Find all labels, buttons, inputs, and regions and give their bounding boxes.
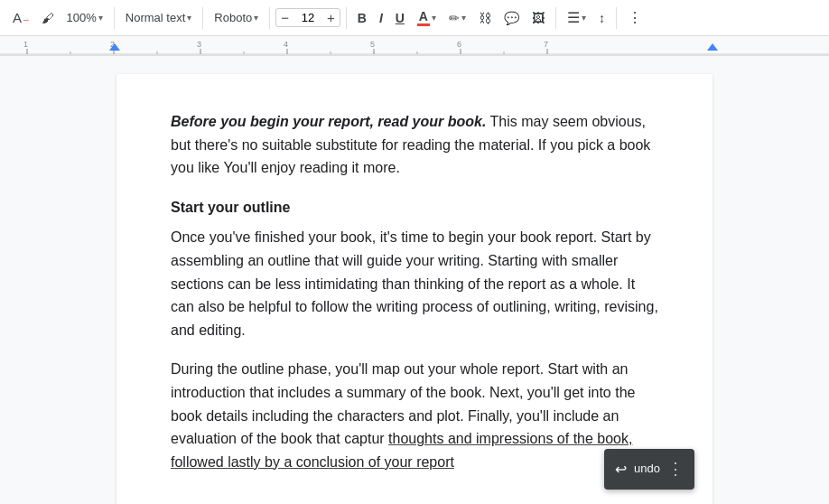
font-size-control: − + [275,8,340,27]
align-icon: ☰ [567,9,580,26]
separator-2 [202,7,203,29]
font-size-increase-button[interactable]: + [322,9,340,26]
font-button[interactable]: Roboto ▾ [209,7,264,28]
style-chevron-icon: ▾ [187,13,191,23]
align-button[interactable]: ☰ ▾ [562,5,591,30]
document-page: Before you begin your report, read your … [116,74,713,504]
paint-format-icon: 🖌 [42,11,54,25]
paragraph-4: During the outline phase, you'll map out… [171,358,658,473]
svg-text:1: 1 [23,40,28,49]
zoom-label: 100% [67,11,97,24]
underline-icon: U [396,11,405,25]
underline-button[interactable]: U [390,7,410,29]
toolbar: A _ 🖌 100% ▾ Normal text ▾ Roboto ▾ − + … [0,0,829,36]
document-area: Before you begin your report, read your … [0,56,829,504]
highlight-button[interactable]: ✏ ▾ [443,7,471,29]
italic-icon: I [379,11,383,25]
align-chevron-icon: ▾ [582,13,586,23]
paragraph-heading-2: Start your outline [171,196,658,219]
zoom-button[interactable]: 100% ▾ [61,7,108,28]
svg-text:6: 6 [457,40,461,49]
more-options-icon: ⋮ [628,9,642,26]
separator-4 [346,7,347,29]
paragraph-style-button[interactable]: Normal text ▾ [120,7,197,28]
spellcheck-button[interactable]: A _ [7,6,34,29]
highlight-chevron-icon: ▾ [461,13,466,23]
paragraph-1-bold-italic: Before you begin your report, read your … [171,114,486,129]
ruler: 1 2 3 4 5 6 7 [0,36,829,56]
zoom-chevron-icon: ▾ [98,13,103,23]
paragraph-1: Before you begin your report, read your … [171,110,658,180]
svg-text:5: 5 [370,40,375,49]
font-chevron-icon: ▾ [254,13,258,23]
undo-icon: ↩ [615,458,627,481]
paint-format-button[interactable]: 🖌 [36,7,60,29]
svg-text:4: 4 [284,40,288,49]
font-color-icon: A [417,10,430,26]
paragraph-3: Once you've finished your book, it's tim… [171,226,658,341]
italic-button[interactable]: I [374,7,388,29]
bold-button[interactable]: B [352,7,372,29]
line-spacing-icon: ↕ [599,11,605,25]
svg-text:3: 3 [197,40,201,49]
font-label: Roboto [214,11,252,24]
link-button[interactable]: ⛓ [473,7,497,29]
undo-toast: ↩ undo ⋮ [604,449,694,490]
insert-comment-icon: 💬 [504,11,519,25]
highlight-icon: ✏ [449,11,460,25]
separator-5 [555,7,556,29]
insert-image-icon: 🖼 [532,11,545,25]
font-size-input[interactable] [293,9,322,26]
bold-icon: B [358,11,367,25]
insert-image-button[interactable]: 🖼 [526,7,550,29]
spellcheck-underline-icon: _ [23,11,29,21]
separator-1 [114,7,115,29]
separator-6 [616,7,617,29]
link-icon: ⛓ [479,11,491,25]
insert-comment-button[interactable]: 💬 [498,7,525,29]
line-spacing-button[interactable]: ↕ [593,7,610,29]
font-size-decrease-button[interactable]: − [276,9,293,26]
svg-marker-22 [707,43,718,51]
more-options-button[interactable]: ⋮ [622,5,647,30]
svg-text:7: 7 [544,40,548,49]
ruler-svg: 1 2 3 4 5 6 7 [0,36,829,56]
undo-label: undo [634,460,660,479]
separator-3 [269,7,270,29]
spellcheck-icon: A [13,10,22,25]
paragraph-style-label: Normal text [126,11,185,24]
undo-more-button[interactable]: ⋮ [667,456,684,482]
font-color-button[interactable]: A ▾ [412,6,442,30]
font-color-chevron-icon: ▾ [432,13,436,23]
